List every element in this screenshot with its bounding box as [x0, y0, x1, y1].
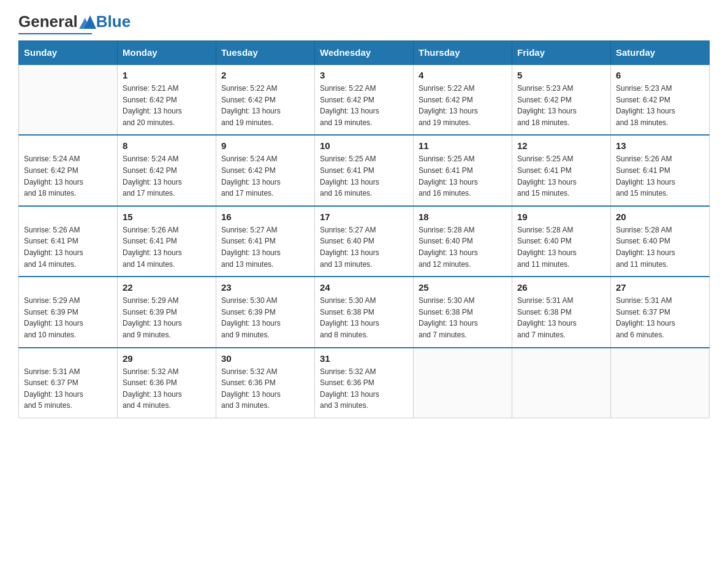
day-info: Sunrise: 5:25 AMSunset: 6:41 PMDaylight:…: [517, 153, 605, 199]
calendar-header: SundayMondayTuesdayWednesdayThursdayFrid…: [19, 41, 710, 65]
calendar-cell: 25Sunrise: 5:30 AMSunset: 6:38 PMDayligh…: [414, 277, 512, 347]
calendar-cell: 13Sunrise: 5:26 AMSunset: 6:41 PMDayligh…: [611, 135, 710, 205]
weekday-wednesday: Wednesday: [315, 41, 414, 65]
weekday-row: SundayMondayTuesdayWednesdayThursdayFrid…: [19, 41, 710, 65]
logo-general-text: General: [18, 12, 78, 31]
day-number: 22: [123, 282, 211, 293]
day-number: 5: [517, 70, 605, 80]
day-number: 17: [320, 212, 408, 222]
day-info: Sunrise: 5:24 AMSunset: 6:42 PMDaylight:…: [221, 153, 309, 199]
day-info: Sunrise: 5:25 AMSunset: 6:41 PMDaylight:…: [419, 153, 507, 199]
calendar-cell: 15Sunrise: 5:26 AMSunset: 6:41 PMDayligh…: [118, 206, 216, 277]
calendar-cell: 7Sunrise: 5:24 AMSunset: 6:42 PMDaylight…: [19, 135, 118, 205]
day-info: Sunrise: 5:31 AMSunset: 6:37 PMDaylight:…: [24, 366, 112, 412]
day-info: Sunrise: 5:23 AMSunset: 6:42 PMDaylight:…: [616, 83, 704, 128]
day-number: 10: [320, 140, 408, 151]
calendar-cell: 8Sunrise: 5:24 AMSunset: 6:42 PMDaylight…: [118, 135, 216, 205]
day-info: Sunrise: 5:22 AMSunset: 6:42 PMDaylight:…: [320, 83, 408, 128]
calendar-cell: 16Sunrise: 5:27 AMSunset: 6:41 PMDayligh…: [216, 206, 315, 277]
calendar-cell: 5Sunrise: 5:23 AMSunset: 6:42 PMDaylight…: [512, 64, 611, 135]
calendar-cell: [414, 348, 512, 418]
day-info: Sunrise: 5:23 AMSunset: 6:42 PMDaylight:…: [517, 83, 605, 128]
day-info: Sunrise: 5:24 AMSunset: 6:42 PMDaylight:…: [24, 153, 112, 199]
calendar-cell: 2Sunrise: 5:22 AMSunset: 6:42 PMDaylight…: [216, 64, 315, 135]
calendar-cell: 21Sunrise: 5:29 AMSunset: 6:39 PMDayligh…: [19, 277, 118, 347]
day-info: Sunrise: 5:30 AMSunset: 6:38 PMDaylight:…: [419, 295, 507, 340]
day-number: 7: [24, 140, 112, 151]
day-info: Sunrise: 5:24 AMSunset: 6:42 PMDaylight:…: [123, 153, 211, 199]
day-info: Sunrise: 5:31 AMSunset: 6:38 PMDaylight:…: [517, 295, 605, 340]
calendar-cell: 28Sunrise: 5:31 AMSunset: 6:37 PMDayligh…: [19, 348, 118, 418]
day-info: Sunrise: 5:21 AMSunset: 6:42 PMDaylight:…: [123, 83, 211, 128]
day-number: 6: [616, 70, 704, 80]
calendar-cell: 17Sunrise: 5:27 AMSunset: 6:40 PMDayligh…: [315, 206, 414, 277]
weekday-tuesday: Tuesday: [216, 41, 315, 65]
day-info: Sunrise: 5:25 AMSunset: 6:41 PMDaylight:…: [320, 153, 408, 199]
calendar-cell: 24Sunrise: 5:30 AMSunset: 6:38 PMDayligh…: [315, 277, 414, 347]
weekday-monday: Monday: [118, 41, 216, 65]
day-info: Sunrise: 5:27 AMSunset: 6:41 PMDaylight:…: [221, 224, 309, 270]
weekday-thursday: Thursday: [414, 41, 512, 65]
day-info: Sunrise: 5:29 AMSunset: 6:39 PMDaylight:…: [24, 295, 112, 340]
day-number: 20: [616, 212, 704, 222]
week-row-2: 7Sunrise: 5:24 AMSunset: 6:42 PMDaylight…: [19, 135, 710, 205]
day-number: 13: [616, 140, 704, 151]
calendar-table: SundayMondayTuesdayWednesdayThursdayFrid…: [18, 40, 710, 418]
day-number: 19: [517, 212, 605, 222]
day-number: 8: [123, 140, 211, 151]
day-number: 3: [320, 70, 408, 80]
day-number: 4: [419, 70, 507, 80]
day-info: Sunrise: 5:31 AMSunset: 6:37 PMDaylight:…: [616, 295, 704, 340]
logo-underline: [18, 33, 92, 34]
logo-triangle-icon: [79, 15, 96, 29]
day-number: 27: [616, 282, 704, 293]
day-info: Sunrise: 5:30 AMSunset: 6:39 PMDaylight:…: [221, 295, 309, 340]
day-number: 16: [221, 212, 309, 222]
calendar-cell: [512, 348, 611, 418]
day-number: 11: [419, 140, 507, 151]
calendar-body: 1Sunrise: 5:21 AMSunset: 6:42 PMDaylight…: [19, 64, 710, 418]
week-row-5: 28Sunrise: 5:31 AMSunset: 6:37 PMDayligh…: [19, 348, 710, 418]
day-number: 29: [123, 353, 211, 364]
day-info: Sunrise: 5:32 AMSunset: 6:36 PMDaylight:…: [320, 366, 408, 412]
day-info: Sunrise: 5:32 AMSunset: 6:36 PMDaylight:…: [221, 366, 309, 412]
day-info: Sunrise: 5:30 AMSunset: 6:38 PMDaylight:…: [320, 295, 408, 340]
day-number: 31: [320, 353, 408, 364]
day-info: Sunrise: 5:26 AMSunset: 6:41 PMDaylight:…: [123, 224, 211, 270]
day-number: 18: [419, 212, 507, 222]
calendar-cell: 6Sunrise: 5:23 AMSunset: 6:42 PMDaylight…: [611, 64, 710, 135]
day-number: 24: [320, 282, 408, 293]
day-info: Sunrise: 5:29 AMSunset: 6:39 PMDaylight:…: [123, 295, 211, 340]
day-number: 23: [221, 282, 309, 293]
calendar-cell: 27Sunrise: 5:31 AMSunset: 6:37 PMDayligh…: [611, 277, 710, 347]
calendar-cell: [19, 64, 118, 135]
day-number: 1: [123, 70, 211, 80]
logo-blue-text: Blue: [96, 12, 131, 31]
day-number: 30: [221, 353, 309, 364]
calendar-cell: 19Sunrise: 5:28 AMSunset: 6:40 PMDayligh…: [512, 206, 611, 277]
day-info: Sunrise: 5:28 AMSunset: 6:40 PMDaylight:…: [517, 224, 605, 270]
weekday-saturday: Saturday: [611, 41, 710, 65]
day-number: 21: [24, 282, 112, 293]
day-info: Sunrise: 5:26 AMSunset: 6:41 PMDaylight:…: [616, 153, 704, 199]
day-info: Sunrise: 5:27 AMSunset: 6:40 PMDaylight:…: [320, 224, 408, 270]
calendar-cell: 1Sunrise: 5:21 AMSunset: 6:42 PMDaylight…: [118, 64, 216, 135]
calendar-cell: [611, 348, 710, 418]
calendar-cell: 30Sunrise: 5:32 AMSunset: 6:36 PMDayligh…: [216, 348, 315, 418]
weekday-sunday: Sunday: [19, 41, 118, 65]
page-header: General Blue: [18, 12, 710, 34]
day-number: 26: [517, 282, 605, 293]
week-row-4: 21Sunrise: 5:29 AMSunset: 6:39 PMDayligh…: [19, 277, 710, 347]
calendar-cell: 3Sunrise: 5:22 AMSunset: 6:42 PMDaylight…: [315, 64, 414, 135]
day-number: 9: [221, 140, 309, 151]
day-info: Sunrise: 5:22 AMSunset: 6:42 PMDaylight:…: [419, 83, 507, 128]
day-number: 28: [24, 353, 112, 364]
day-info: Sunrise: 5:28 AMSunset: 6:40 PMDaylight:…: [419, 224, 507, 270]
week-row-1: 1Sunrise: 5:21 AMSunset: 6:42 PMDaylight…: [19, 64, 710, 135]
day-number: 25: [419, 282, 507, 293]
calendar-cell: 20Sunrise: 5:28 AMSunset: 6:40 PMDayligh…: [611, 206, 710, 277]
day-number: 15: [123, 212, 211, 222]
calendar-cell: 4Sunrise: 5:22 AMSunset: 6:42 PMDaylight…: [414, 64, 512, 135]
day-info: Sunrise: 5:26 AMSunset: 6:41 PMDaylight:…: [24, 224, 112, 270]
calendar-cell: 14Sunrise: 5:26 AMSunset: 6:41 PMDayligh…: [19, 206, 118, 277]
